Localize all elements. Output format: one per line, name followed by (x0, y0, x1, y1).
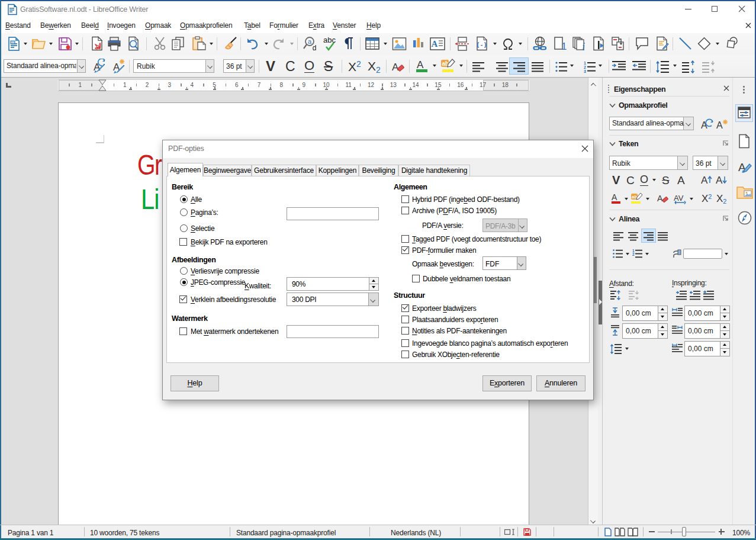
svg-text:2: 2 (632, 252, 635, 256)
svg-text:A: A (417, 59, 424, 70)
svg-text:A: A (716, 120, 723, 130)
svg-text:AV: AV (674, 194, 684, 202)
svg-text:a: a (308, 38, 312, 45)
svg-text:2: 2 (584, 65, 586, 69)
svg-text:A: A (612, 192, 617, 202)
svg-text:A: A (392, 62, 399, 73)
svg-text:A: A (432, 39, 438, 49)
svg-text:A: A (657, 194, 663, 203)
svg-text:d: d (313, 44, 317, 52)
svg-text:A: A (716, 175, 723, 185)
svg-text:A: A (94, 62, 101, 73)
svg-text:(-): (-) (476, 42, 487, 49)
svg-text:3: 3 (584, 69, 586, 73)
svg-text:1: 1 (561, 41, 567, 51)
svg-text:1: 1 (584, 61, 586, 65)
svg-text:A: A (701, 175, 708, 185)
svg-text:i: i (582, 40, 585, 51)
